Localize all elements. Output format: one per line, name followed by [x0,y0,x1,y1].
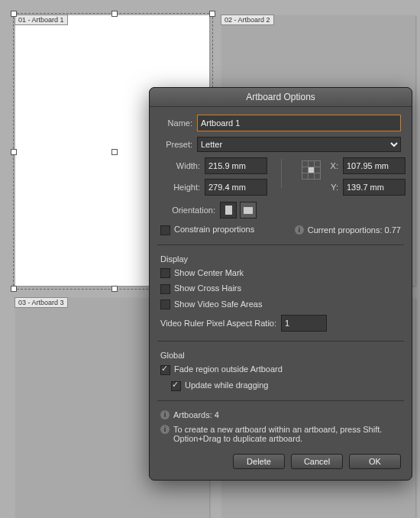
name-label: Name: [160,118,192,128]
width-label: Width: [160,161,200,170]
name-input[interactable] [197,115,401,131]
artboards-count: Artboards: 4 [173,410,219,419]
handle-ne[interactable] [209,11,215,17]
info-icon: i [160,425,170,434]
orientation-landscape-button[interactable] [240,202,257,219]
current-proportions: Current proportions: 0.77 [308,225,401,235]
orientation-portrait-button[interactable] [220,202,237,219]
global-header: Global [160,351,401,360]
y-input[interactable] [343,179,405,196]
preset-select[interactable]: Letter [197,137,401,152]
preset-label: Preset: [160,140,192,149]
show-video-checkbox[interactable]: Show Video Safe Areas [160,299,262,310]
width-input[interactable] [205,157,267,174]
x-label: X: [325,161,338,170]
video-ratio-input[interactable] [281,315,327,332]
info-icon: i [160,410,170,419]
artboard-1-label: 01 - Artboard 1 [15,15,68,25]
artboard-2-label: 02 - Artboard 2 [221,15,274,25]
dialog-title: Artboard Options [150,88,412,107]
canvas: 01 - Artboard 1 02 - Artboard 2 03 - Art… [0,0,420,518]
height-label: Height: [160,183,200,192]
height-input[interactable] [205,179,267,196]
cancel-button[interactable]: Cancel [291,454,343,469]
tip-text: To create a new artboard within an artbo… [173,425,401,443]
info-icon: i [295,225,304,235]
ok-button[interactable]: OK [349,454,401,469]
show-center-checkbox[interactable]: Show Center Mark [160,268,244,279]
video-ratio-label: Video Ruler Pixel Aspect Ratio: [160,319,276,328]
show-cross-checkbox[interactable]: Show Cross Hairs [160,283,241,294]
link-icon[interactable] [281,159,282,188]
artboard-options-dialog: Artboard Options Name: Preset: Letter Wi… [149,87,412,481]
handle-sw[interactable] [11,286,17,292]
orientation-label: Orientation: [160,206,215,215]
artboard-3-label: 03 - Artboard 3 [15,297,68,308]
display-header: Display [160,254,401,264]
y-label: Y: [325,183,338,192]
update-dragging-checkbox[interactable]: Update while dragging [171,380,268,391]
fade-region-checkbox[interactable]: Fade region outside Artboard [160,364,283,375]
reference-point-grid[interactable] [302,160,320,179]
delete-button[interactable]: Delete [233,454,285,469]
x-input[interactable] [343,157,405,174]
handle-s[interactable] [111,286,118,292]
constrain-proportions-checkbox[interactable]: Constrain proportions [160,225,254,235]
